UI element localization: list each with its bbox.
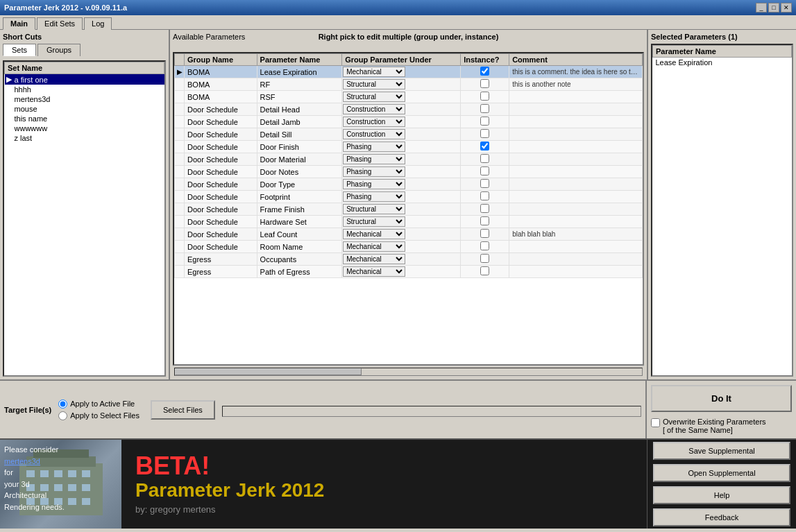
table-row[interactable]: Door ScheduleFootprint MechanicalStructu… (175, 191, 643, 203)
group-param-cell[interactable]: MechanicalStructuralConstructionPhasingE… (342, 141, 461, 153)
group-name-cell: Egress (185, 253, 257, 266)
selected-params-label: Selected Parameters (1) (651, 33, 793, 41)
row-arrow (175, 253, 185, 266)
comment-cell (509, 203, 643, 216)
instance-cell[interactable] (461, 166, 509, 178)
overwrite-checkbox[interactable] (651, 418, 660, 427)
list-item[interactable]: mouse (5, 104, 164, 114)
group-param-cell[interactable]: MechanicalStructuralConstructionPhasingE… (342, 241, 461, 253)
instance-cell[interactable] (461, 128, 509, 141)
instance-cell[interactable] (461, 203, 509, 216)
tab-log[interactable]: Log (84, 17, 112, 30)
group-param-cell[interactable]: MechanicalStructuralConstructionPhasingE… (342, 166, 461, 178)
group-param-cell[interactable]: MechanicalStructuralConstructionPhasingE… (342, 103, 461, 116)
instance-cell[interactable] (461, 116, 509, 128)
group-param-cell[interactable]: MechanicalStructuralConstructionPhasingE… (342, 78, 461, 91)
table-row[interactable]: EgressOccupants MechanicalStructuralCons… (175, 253, 643, 266)
instance-cell[interactable] (461, 141, 509, 153)
table-row[interactable]: Door ScheduleDetail Sill MechanicalStruc… (175, 128, 643, 141)
group-name-cell: Door Schedule (185, 153, 257, 166)
close-button[interactable]: ✕ (781, 3, 792, 12)
tab-sets[interactable]: Sets (3, 44, 36, 56)
list-item[interactable]: this name (5, 114, 164, 123)
group-param-cell[interactable]: MechanicalStructuralConstructionPhasingE… (342, 128, 461, 141)
instance-cell[interactable] (461, 191, 509, 203)
group-param-cell[interactable]: MechanicalStructuralConstructionPhasingE… (342, 216, 461, 228)
list-item[interactable]: wwwwww (5, 123, 164, 133)
group-param-cell[interactable]: MechanicalStructuralConstructionPhasingE… (342, 266, 461, 278)
table-row[interactable]: Door ScheduleRoom Name MechanicalStructu… (175, 241, 643, 253)
tab-groups[interactable]: Groups (37, 44, 81, 56)
do-it-button[interactable]: Do It (651, 385, 792, 412)
comment-cell (509, 116, 643, 128)
maximize-button[interactable]: □ (768, 3, 779, 12)
group-param-cell[interactable]: MechanicalStructuralConstructionPhasingE… (342, 191, 461, 203)
instance-cell[interactable] (461, 91, 509, 103)
list-item[interactable]: z last (5, 133, 164, 143)
param-name-cell: Door Finish (257, 141, 342, 153)
radio-select-files[interactable]: Apply to Select Files (58, 411, 139, 420)
open-supplemental-button[interactable]: Open Supplemental (653, 464, 790, 482)
table-row[interactable]: EgressPath of Egress MechanicalStructura… (175, 266, 643, 278)
instance-cell[interactable] (461, 216, 509, 228)
bottom-right-buttons: Save Supplemental Open Supplemental Help… (647, 440, 796, 529)
tab-edit-sets[interactable]: Edit Sets (37, 17, 83, 30)
table-row[interactable]: Door ScheduleDoor Finish MechanicalStruc… (175, 141, 643, 153)
help-button[interactable]: Help (653, 486, 790, 504)
tab-main[interactable]: Main (3, 17, 35, 30)
param-name-cell: Path of Egress (257, 266, 342, 278)
beta-text-area: BETA! Parameter Jerk 2012 by: gregory me… (121, 440, 647, 529)
author-label: by: gregory mertens (135, 504, 633, 515)
mertens3d-link[interactable]: mertens3d (4, 457, 40, 465)
instance-cell[interactable] (461, 153, 509, 166)
list-item[interactable]: hhhh (5, 85, 164, 94)
instance-cell[interactable] (461, 253, 509, 266)
radio-active-file[interactable]: Apply to Active File (58, 400, 139, 409)
instance-cell[interactable] (461, 103, 509, 116)
param-name-header: Parameter Name (653, 46, 792, 58)
consider-text: Please consider mertens3d foryour 3dArch… (4, 444, 65, 513)
table-row[interactable]: BOMARF MechanicalStructuralConstructionP… (175, 78, 643, 91)
table-row[interactable]: Door ScheduleDetail Head MechanicalStruc… (175, 103, 643, 116)
row-arrow (175, 78, 185, 91)
instance-cell[interactable] (461, 178, 509, 191)
group-param-cell[interactable]: MechanicalStructuralConstructionPhasingE… (342, 228, 461, 241)
group-param-cell[interactable]: MechanicalStructuralConstructionPhasingE… (342, 178, 461, 191)
group-param-cell[interactable]: MechanicalStructuralConstructionPhasingE… (342, 203, 461, 216)
param-name-cell: RF (257, 78, 342, 91)
row-arrow (175, 103, 185, 116)
row-arrow (175, 203, 185, 216)
group-param-cell[interactable]: MechanicalStructuralConstructionPhasingE… (342, 153, 461, 166)
instance-cell[interactable] (461, 78, 509, 91)
param-name-cell: Frame Finish (257, 203, 342, 216)
list-item[interactable]: ▶ a first one (5, 74, 164, 85)
instance-cell[interactable] (461, 228, 509, 241)
select-files-button[interactable]: Select Files (151, 400, 215, 420)
minimize-button[interactable]: _ (756, 3, 767, 12)
table-row[interactable]: Door ScheduleFrame Finish MechanicalStru… (175, 203, 643, 216)
group-param-cell[interactable]: MechanicalStructuralConstructionPhasingE… (342, 91, 461, 103)
save-supplemental-button[interactable]: Save Supplemental (653, 442, 790, 460)
instance-cell[interactable] (461, 266, 509, 278)
table-row[interactable]: Door ScheduleDoor Material MechanicalStr… (175, 153, 643, 166)
beta-label: BETA! (135, 454, 633, 479)
feedback-button[interactable]: Feedback (653, 508, 790, 526)
table-row[interactable]: Door ScheduleLeaf Count MechanicalStruct… (175, 228, 643, 241)
group-param-cell[interactable]: MechanicalStructuralConstructionPhasingE… (342, 253, 461, 266)
table-row[interactable]: ▶BOMALease Expiration MechanicalStructur… (175, 66, 643, 78)
group-param-cell[interactable]: MechanicalStructuralConstructionPhasingE… (342, 116, 461, 128)
instance-cell[interactable] (461, 241, 509, 253)
comment-cell (509, 241, 643, 253)
group-param-cell[interactable]: MechanicalStructuralConstructionPhasingE… (342, 66, 461, 78)
table-row[interactable]: Door ScheduleHardware Set MechanicalStru… (175, 216, 643, 228)
table-row[interactable]: Door ScheduleDoor Notes MechanicalStruct… (175, 166, 643, 178)
table-row[interactable]: BOMARSF MechanicalStructuralConstruction… (175, 91, 643, 103)
row-arrow (175, 266, 185, 278)
instance-cell[interactable] (461, 66, 509, 78)
list-item[interactable]: mertens3d (5, 94, 164, 104)
svg-rect-17 (82, 498, 90, 505)
col-comment: Comment (509, 54, 643, 66)
table-row[interactable]: Door ScheduleDetail Jamb MechanicalStruc… (175, 116, 643, 128)
table-row[interactable]: Door ScheduleDoor Type MechanicalStructu… (175, 178, 643, 191)
svg-rect-16 (68, 498, 76, 505)
